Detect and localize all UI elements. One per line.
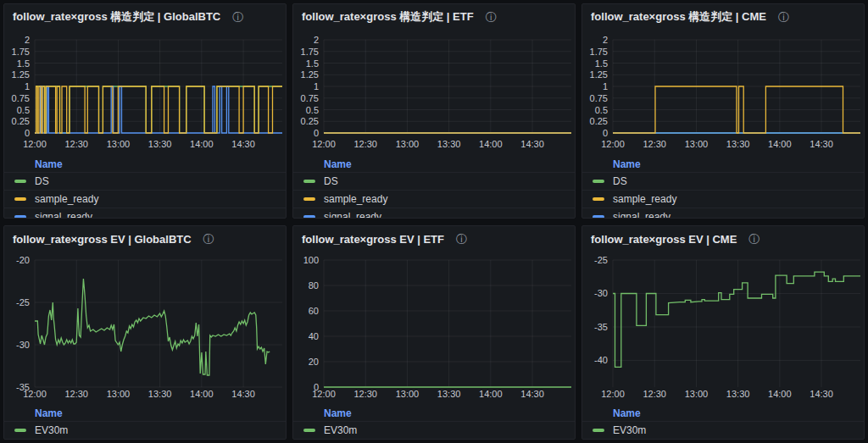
panel-title: follow_rate×gross 構造判定 | GlobalBTC: [13, 9, 220, 25]
legend-item-signal_ready[interactable]: signal_ready: [293, 208, 575, 218]
time-series-plot[interactable]: -20-25-30-3512:0012:3013:0013:3014:0014:…: [4, 252, 286, 406]
panel-header[interactable]: follow_rate×gross 構造判定 | CME ⓘ: [582, 4, 864, 30]
legend-label: EV30m: [613, 424, 646, 436]
y-tick-label: -25: [594, 255, 608, 265]
legend-item-sample_ready[interactable]: sample_ready: [4, 190, 286, 208]
y-tick-label: 40: [309, 331, 319, 341]
x-tick-label: 13:30: [726, 139, 750, 149]
legend-swatch-yellow: [14, 197, 26, 201]
chart-canvas: 21.751.51.2510.750.50.25012:0012:3013:00…: [293, 30, 575, 157]
panel-struct-cme: follow_rate×gross 構造判定 | CME ⓘ 21.751.51…: [581, 3, 865, 219]
legend-item-signal_ready[interactable]: signal_ready: [4, 208, 286, 218]
y-tick-label: 0.75: [12, 93, 30, 103]
x-tick-label: 12:30: [64, 389, 88, 399]
legend-label: signal_ready: [35, 211, 92, 218]
legend-swatch-green: [593, 429, 604, 432]
x-tick-label: 13:30: [148, 389, 172, 399]
legend-item-sample_ready[interactable]: sample_ready: [293, 190, 575, 208]
x-tick-label: 14:30: [810, 389, 833, 399]
legend: NameDSsample_readysignal_ready: [293, 157, 575, 218]
x-tick-label: 14:30: [810, 139, 833, 149]
time-series-plot[interactable]: 21.751.51.2510.750.50.25012:0012:3013:00…: [293, 30, 575, 157]
panel-header[interactable]: follow_rate×gross EV | GlobalBTC ⓘ: [4, 226, 286, 252]
x-tick-label: 12:30: [353, 139, 377, 149]
x-tick-label: 14:00: [768, 389, 792, 399]
y-tick-label: -30: [594, 288, 608, 298]
legend-header-name[interactable]: Name: [4, 157, 286, 172]
legend-header-name[interactable]: Name: [293, 406, 575, 421]
info-icon[interactable]: ⓘ: [232, 12, 243, 23]
time-series-plot[interactable]: 21.751.51.2510.750.50.25012:0012:3013:00…: [582, 30, 864, 157]
legend-item-DS[interactable]: DS: [293, 172, 575, 190]
x-tick-label: 13:00: [396, 389, 420, 399]
info-icon[interactable]: ⓘ: [456, 234, 467, 245]
info-icon[interactable]: ⓘ: [748, 234, 760, 245]
legend-swatch-green: [303, 180, 315, 183]
panel-ev-etf: follow_rate×gross EV | ETF ⓘ 10080604020…: [292, 225, 576, 440]
panel-header[interactable]: follow_rate×gross EV | CME ⓘ: [582, 226, 864, 252]
legend-item-signal_ready[interactable]: signal_ready: [582, 208, 864, 218]
y-tick-label: 2: [25, 35, 30, 45]
legend-item-DS[interactable]: DS: [4, 172, 286, 190]
y-tick-label: -25: [16, 297, 30, 307]
info-icon[interactable]: ⓘ: [778, 12, 789, 23]
y-tick-label: 1.5: [595, 58, 608, 69]
x-tick-label: 14:30: [231, 389, 255, 399]
legend-swatch-blue: [14, 215, 26, 218]
legend-item-EV30m[interactable]: EV30m: [582, 421, 864, 439]
y-tick-label: 1.5: [306, 58, 319, 69]
legend-label: signal_ready: [324, 211, 381, 218]
legend-label: DS: [613, 175, 627, 187]
time-series-plot[interactable]: 10080604020012:0012:3013:0013:3014:0014:…: [293, 252, 575, 406]
panel-header[interactable]: follow_rate×gross EV | ETF ⓘ: [293, 226, 575, 252]
x-tick-label: 14:00: [190, 139, 214, 149]
legend-item-EV30m[interactable]: EV30m: [4, 421, 286, 439]
y-tick-label: 1: [314, 81, 319, 91]
y-tick-label: 1.25: [590, 69, 608, 80]
x-tick-label: 14:00: [190, 389, 214, 399]
y-tick-label: 0.25: [301, 116, 319, 126]
legend-label: EV30m: [324, 424, 357, 436]
legend-header-name[interactable]: Name: [4, 406, 286, 421]
series-line-EV30m: [35, 279, 270, 375]
x-tick-label: 13:30: [437, 139, 461, 149]
x-tick-label: 13:30: [726, 389, 750, 399]
legend-header-name[interactable]: Name: [293, 157, 575, 172]
legend-item-EV30m[interactable]: EV30m: [293, 421, 575, 439]
legend: NameEV30m: [293, 406, 575, 439]
time-series-plot[interactable]: -25-30-35-4012:0012:3013:0013:3014:0014:…: [582, 252, 864, 406]
legend-label: DS: [324, 175, 338, 187]
panel-header[interactable]: follow_rate×gross 構造判定 | GlobalBTC ⓘ: [4, 4, 286, 30]
legend-label: sample_ready: [35, 193, 98, 205]
legend-header-name[interactable]: Name: [582, 157, 864, 172]
panel-struct-etf: follow_rate×gross 構造判定 | ETF ⓘ 21.751.51…: [292, 3, 576, 219]
panel-ev-globalbtc: follow_rate×gross EV | GlobalBTC ⓘ -20-2…: [3, 225, 287, 440]
x-tick-label: 13:00: [107, 139, 131, 149]
x-tick-label: 12:30: [64, 139, 88, 149]
x-tick-label: 13:00: [107, 389, 131, 399]
y-tick-label: 20: [309, 357, 319, 367]
y-tick-label: -20: [16, 255, 30, 265]
x-tick-label: 12:30: [353, 389, 377, 399]
legend: NameEV30m: [582, 406, 864, 439]
panel-ev-cme: follow_rate×gross EV | CME ⓘ -25-30-35-4…: [581, 225, 865, 440]
legend-item-DS[interactable]: DS: [582, 172, 864, 190]
y-tick-label: 1.75: [590, 47, 608, 57]
x-tick-label: 12:00: [312, 139, 336, 149]
time-series-plot[interactable]: 21.751.51.2510.750.50.25012:0012:3013:00…: [4, 30, 286, 157]
info-icon[interactable]: ⓘ: [486, 12, 497, 23]
legend-label: sample_ready: [324, 193, 387, 205]
y-tick-label: 1.5: [17, 58, 30, 69]
info-icon[interactable]: ⓘ: [203, 234, 214, 245]
y-tick-label: 0.25: [12, 116, 30, 126]
chart-canvas: 10080604020012:0012:3013:0013:3014:0014:…: [293, 252, 575, 406]
chart-canvas: -20-25-30-3512:0012:3013:0013:3014:0014:…: [4, 252, 286, 406]
panel-header[interactable]: follow_rate×gross 構造判定 | ETF ⓘ: [293, 4, 575, 30]
legend: NameDSsample_readysignal_ready: [4, 157, 286, 218]
panel-title: follow_rate×gross EV | ETF: [302, 233, 444, 246]
x-tick-label: 14:00: [479, 389, 503, 399]
y-tick-label: 0.5: [306, 105, 319, 115]
y-tick-label: 100: [303, 255, 319, 265]
legend-header-name[interactable]: Name: [582, 406, 864, 421]
legend-item-sample_ready[interactable]: sample_ready: [582, 190, 864, 208]
